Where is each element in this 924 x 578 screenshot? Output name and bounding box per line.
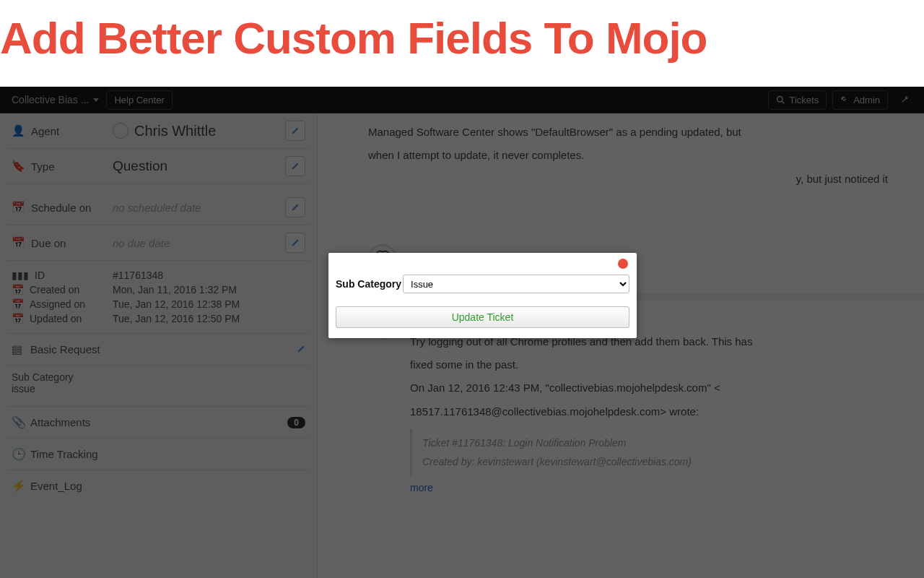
basic-request-section: ▤ Basic Request xyxy=(7,334,310,366)
more-link[interactable]: more xyxy=(410,482,433,493)
barcode-icon: ▮▮▮ xyxy=(12,269,29,281)
schedule-label: Schedule on xyxy=(31,202,91,214)
updated-value: Tue, Jan 12, 2016 12:50 PM xyxy=(113,313,240,324)
attachments-title: Attachments xyxy=(30,416,287,428)
edit-basic-request-button[interactable] xyxy=(297,343,305,356)
due-label: Due on xyxy=(31,237,66,249)
tickets-button[interactable]: Tickets xyxy=(768,90,827,110)
gear-icon xyxy=(840,95,849,104)
sub-category-select[interactable]: Issue xyxy=(403,275,629,293)
page-headline: Add Better Custom Fields To Mojo xyxy=(0,0,924,75)
post-line: fixed some in the past. xyxy=(410,353,910,376)
updated-label: Updated on xyxy=(30,313,82,324)
pencil-icon xyxy=(291,162,300,171)
clock-icon: 🕒 xyxy=(12,448,26,460)
admin-button[interactable]: Admin xyxy=(832,90,888,110)
msg-line-partial: y, but just noticed it xyxy=(368,168,910,191)
calendar-icon: 📅 xyxy=(12,236,25,249)
tools-menu[interactable] xyxy=(894,95,920,104)
pencil-icon xyxy=(291,238,300,247)
content-split: 👤Agent Chris Whittle 🔖Type Question 📅Sch… xyxy=(0,113,924,578)
quote-line: Created by: kevinstewart (kevinstewart@c… xyxy=(422,452,910,472)
sub-category-label: Sub Category xyxy=(12,371,305,383)
paperclip-icon: 📎 xyxy=(12,416,26,428)
post-line: On Jan 12, 2016 12:43 PM, "collectivebia… xyxy=(410,376,910,400)
calendar-icon: 📅 xyxy=(12,298,24,310)
due-row: 📅Due on no due date xyxy=(7,225,310,261)
quote-line: Ticket #11761348: Login Notification Pro… xyxy=(422,434,910,453)
bolt-icon: ⚡ xyxy=(12,480,26,492)
assigned-label: Assigned on xyxy=(30,298,85,310)
workspace-dropdown[interactable]: Collective Bias ... xyxy=(4,90,106,110)
msg-line: when I attempt to update, it never compl… xyxy=(368,144,910,167)
ticket-sidebar: 👤Agent Chris Whittle 🔖Type Question 📅Sch… xyxy=(0,113,318,578)
time-tracking-title: Time Tracking xyxy=(30,448,305,460)
msg-line: Managed Software Center shows "DefaultBr… xyxy=(368,121,910,144)
id-value: #11761348 xyxy=(113,269,163,281)
update-ticket-button[interactable]: Update Ticket xyxy=(336,306,629,328)
pencil-icon xyxy=(291,203,300,212)
schedule-row: 📅Schedule on no scheduled date xyxy=(7,190,310,225)
id-label: ID xyxy=(35,269,45,281)
edit-due-button[interactable] xyxy=(285,233,305,253)
ticket-thread: Managed Software Center shows "DefaultBr… xyxy=(318,113,924,578)
workspace-name: Collective Bias ... xyxy=(12,94,89,105)
wrench-icon xyxy=(901,95,910,104)
form-icon: ▤ xyxy=(12,343,22,355)
type-label: Type xyxy=(31,160,55,173)
caret-down-icon xyxy=(93,98,99,102)
attachments-section[interactable]: 📎 Attachments 0 xyxy=(7,407,310,439)
pencil-icon xyxy=(291,126,300,135)
tickets-label: Tickets xyxy=(789,95,819,105)
time-tracking-section[interactable]: 🕒 Time Tracking xyxy=(7,439,310,470)
sub-category-modal: Sub Category Issue Update Ticket xyxy=(328,253,637,338)
calendar-icon: 📅 xyxy=(12,201,25,214)
agent-avatar-icon xyxy=(113,123,128,139)
original-message: Managed Software Center shows "DefaultBr… xyxy=(368,121,910,191)
created-label: Created on xyxy=(30,284,79,296)
post-line: 18517.11761348@collectivebias.mojohelpde… xyxy=(410,400,910,423)
created-value: Mon, Jan 11, 2016 1:32 PM xyxy=(113,284,237,296)
ticket-meta: ▮▮▮ID#11761348 📅Created onMon, Jan 11, 2… xyxy=(7,261,310,334)
agent-label: Agent xyxy=(31,125,59,137)
attachments-count-badge: 0 xyxy=(287,417,305,428)
post-body-text: Try logging out of all Chrome profiles a… xyxy=(410,330,910,423)
user-icon: 👤 xyxy=(12,124,25,137)
type-row: 🔖Type Question xyxy=(7,149,310,184)
sub-category-value: issue xyxy=(12,383,305,394)
calendar-icon: 📅 xyxy=(12,313,24,324)
basic-request-title: Basic Request xyxy=(30,343,297,355)
due-placeholder: no due date xyxy=(113,237,285,249)
quoted-block: Ticket #11761348: Login Notification Pro… xyxy=(410,429,910,476)
admin-label: Admin xyxy=(853,95,880,105)
edit-agent-button[interactable] xyxy=(285,121,305,141)
sub-category-field: Sub Category issue xyxy=(7,366,310,407)
assigned-value: Tue, Jan 12, 2016 12:38 PM xyxy=(113,298,240,310)
edit-type-button[interactable] xyxy=(285,156,305,176)
pencil-icon xyxy=(297,345,305,353)
type-value: Question xyxy=(113,158,285,174)
bookmark-icon: 🔖 xyxy=(12,160,25,173)
agent-row: 👤Agent Chris Whittle xyxy=(7,121,310,149)
close-icon[interactable] xyxy=(618,259,628,269)
event-log-section[interactable]: ⚡ Event_Log xyxy=(7,470,310,501)
calendar-icon: 📅 xyxy=(12,284,24,296)
svg-point-0 xyxy=(777,97,783,103)
modal-subcategory-label: Sub Category xyxy=(336,278,401,290)
top-navbar: Collective Bias ... Help Center Tickets … xyxy=(0,87,924,113)
help-center-button[interactable]: Help Center xyxy=(106,90,172,110)
event-log-title: Event_Log xyxy=(30,480,305,492)
schedule-placeholder: no scheduled date xyxy=(113,202,285,214)
search-icon xyxy=(776,95,785,104)
svg-line-1 xyxy=(783,101,785,103)
agent-value: Chris Whittle xyxy=(134,123,216,139)
edit-schedule-button[interactable] xyxy=(285,197,305,217)
